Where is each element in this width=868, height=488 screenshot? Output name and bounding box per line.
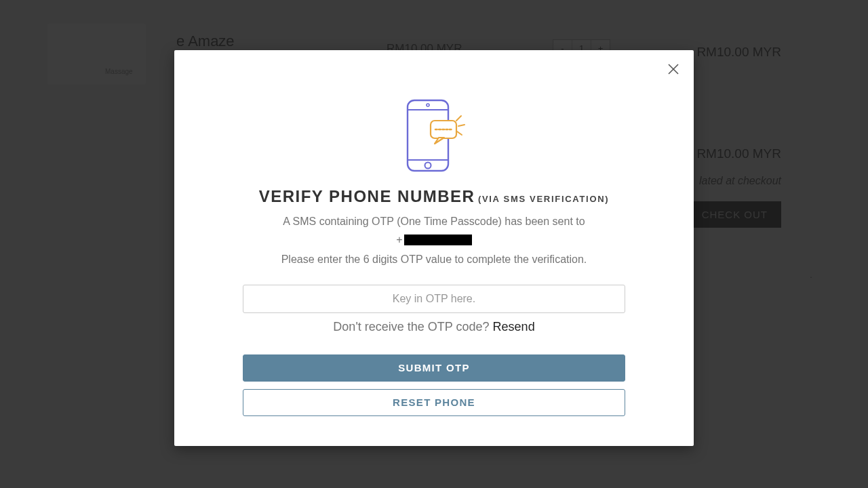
svg-point-4 — [427, 104, 429, 106]
masked-phone-number: + — [396, 231, 471, 249]
svg-line-9 — [456, 116, 461, 121]
resend-prompt: Don't receive the OTP code? — [333, 320, 492, 333]
phone-prefix: + — [396, 234, 402, 245]
modal-heading: VERIFY PHONE NUMBER (VIA SMS VERIFICATIO… — [174, 187, 694, 206]
enter-otp-instruction: Please enter the 6 digits OTP value to c… — [174, 253, 694, 266]
reset-phone-button[interactable]: RESET PHONE — [243, 389, 625, 416]
phone-sms-icon — [401, 99, 467, 174]
svg-point-6 — [425, 163, 431, 169]
verify-phone-modal: VERIFY PHONE NUMBER (VIA SMS VERIFICATIO… — [174, 50, 694, 446]
svg-line-10 — [458, 125, 465, 126]
submit-otp-button[interactable]: SUBMIT OTP — [243, 354, 625, 382]
resend-row: Don't receive the OTP code? Resend — [174, 320, 694, 334]
otp-input[interactable] — [243, 285, 625, 313]
svg-line-11 — [457, 131, 462, 135]
phone-sms-illustration — [400, 99, 468, 174]
sms-sent-text: A SMS containing OTP (One Time Passcode)… — [174, 213, 694, 248]
redacted-bar — [404, 235, 472, 245]
heading-main: VERIFY PHONE NUMBER — [259, 187, 475, 205]
desc-line1: A SMS containing OTP (One Time Passcode)… — [283, 216, 585, 227]
resend-link[interactable]: Resend — [493, 320, 535, 333]
close-icon — [667, 63, 679, 75]
close-button[interactable] — [665, 61, 682, 77]
heading-sub: (VIA SMS VERIFICATION) — [478, 194, 609, 204]
